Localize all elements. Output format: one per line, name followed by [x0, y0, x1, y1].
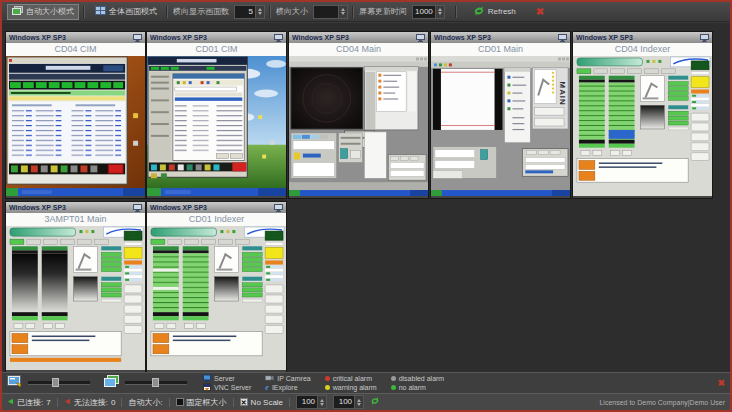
tile-os-label: Windows XP SP3: [576, 34, 633, 41]
screen-art-cd01-indexer: [147, 226, 286, 370]
legend-close-icon[interactable]: [717, 378, 725, 388]
auto-size-status: 自动大小:: [128, 397, 162, 408]
full-view-mode-icon: [95, 6, 106, 17]
spinner-arrows[interactable]: [255, 6, 264, 18]
screen-art-3ampt01-main: [6, 226, 145, 370]
toolbar-separator: [270, 6, 271, 18]
legend-no-alarm: no alarm: [391, 383, 445, 392]
full-view-mode-button[interactable]: 全体画面模式: [90, 4, 162, 20]
zoom-x-spinner[interactable]: 100: [296, 395, 327, 409]
horizontal-size-spinner[interactable]: [313, 5, 348, 19]
tile-name: CD04 CIM: [6, 43, 145, 56]
vnc-tile-cd04-main[interactable]: Windows XP SP3 CD04 Main: [288, 31, 429, 199]
pc-icon: [274, 204, 283, 212]
legend-iexplore: e IExplore: [265, 383, 310, 392]
tile-titlebar: Windows XP SP3: [6, 32, 145, 43]
app-window: 自动大小模式 全体画面模式 横向显示画面数 5 横向大小 屏幕更新时间 1000: [0, 0, 732, 412]
legend-vnc-server: VNC Server: [203, 383, 251, 392]
legend-disabled-label: disabled alarm: [399, 374, 445, 383]
remote-screen[interactable]: [147, 56, 286, 196]
remote-screen[interactable]: [6, 226, 145, 370]
full-view-mode-label: 全体画面模式: [109, 6, 157, 17]
unreachable-value: 0: [111, 398, 115, 407]
fixed-frame-label: 固定框大小: [187, 397, 227, 408]
legend-ip-camera-label: IP Camrea: [277, 374, 310, 383]
vnc-tile-cd04-indexer[interactable]: Windows XP SP3 CD04 Indexer: [572, 31, 713, 199]
no-alarm-dot: [391, 385, 396, 390]
tile-name: CD01 Indexer: [147, 213, 286, 226]
refresh-button[interactable]: Refresh: [468, 4, 521, 20]
tile-titlebar: Windows XP SP3: [6, 202, 145, 213]
vnc-tile-cd01-cim[interactable]: Windows XP SP3 CD01 CIM: [146, 31, 287, 199]
auto-size-mode-label: 自动大小模式: [26, 6, 74, 17]
status-bar: 已连接: 7 无法连接: 0 自动大小: 固定框大小 No Scale 100: [2, 393, 730, 410]
legend-warning-label: warning alarm: [333, 383, 377, 392]
spinner-arrows[interactable]: [354, 396, 363, 408]
no-scale-checkbox[interactable]: [240, 398, 248, 406]
toolbar: 自动大小模式 全体画面模式 横向显示画面数 5 横向大小 屏幕更新时间 1000: [2, 2, 730, 22]
remote-screen[interactable]: MAIN: [431, 56, 570, 196]
zoom-y-value: 100: [334, 396, 354, 408]
status-separator: [233, 398, 234, 407]
tile-titlebar: Windows XP SP3: [289, 32, 428, 43]
connected-status: 已连接: 7: [7, 397, 51, 408]
unreachable-arrow-icon: [64, 398, 71, 407]
remote-screen[interactable]: [573, 56, 712, 196]
size-slider-icon: [104, 374, 119, 392]
pc-icon: [133, 204, 142, 212]
remote-screen[interactable]: [6, 56, 145, 196]
screens-slider-group: [7, 374, 90, 392]
tile-os-label: Windows XP SP3: [434, 34, 491, 41]
refresh-interval-spinner[interactable]: 1000: [412, 5, 445, 19]
screens-slider[interactable]: [28, 381, 90, 385]
toolbar-separator: [456, 6, 457, 18]
spinner-arrows[interactable]: [317, 396, 326, 408]
status-separator: [121, 398, 122, 407]
connected-value: 7: [46, 398, 50, 407]
tile-titlebar: Windows XP SP3: [431, 32, 570, 43]
tile-titlebar: Windows XP SP3: [573, 32, 712, 43]
vnc-tile-cd01-indexer[interactable]: Windows XP SP3 CD01 Indexer: [146, 201, 287, 373]
vnc-tile-3ampt01-main[interactable]: Windows XP SP3 3AMPT01 Main: [5, 201, 146, 373]
tile-name: CD04 Indexer: [573, 43, 712, 56]
auto-size-mode-button[interactable]: 自动大小模式: [7, 4, 79, 20]
spinner-arrows[interactable]: [435, 6, 444, 18]
statusbar-refresh-icon[interactable]: [370, 396, 380, 408]
size-slider-handle[interactable]: [152, 378, 159, 387]
tile-name: CD01 Main: [431, 43, 570, 56]
spinner-arrows[interactable]: [338, 6, 347, 18]
connected-arrow-icon: [7, 398, 14, 407]
critical-alarm-dot: [325, 376, 330, 381]
fixed-frame-option: 固定框大小: [176, 397, 227, 408]
vnc-tile-cd04-cim[interactable]: Windows XP SP3 CD04 CIM: [5, 31, 146, 199]
refresh-label: Refresh: [488, 7, 516, 16]
close-icon[interactable]: [536, 7, 544, 17]
legend-server-label: Server: [214, 374, 235, 383]
tile-name: CD04 Main: [289, 43, 428, 56]
thumbnail-canvas: Windows XP SP3 CD04 CIM: [2, 23, 730, 372]
remote-screen[interactable]: [289, 56, 428, 196]
vnc-tile-cd01-main[interactable]: Windows XP SP3 CD01 Main: [430, 31, 571, 199]
remote-screen[interactable]: [147, 226, 286, 370]
zoom-y-spinner[interactable]: 100: [333, 395, 364, 409]
auto-size-mode-icon: [12, 6, 23, 17]
no-scale-option: No Scale: [240, 398, 283, 407]
ip-camera-icon: [265, 374, 274, 384]
tile-os-label: Windows XP SP3: [150, 34, 207, 41]
tile-os-label: Windows XP SP3: [150, 204, 207, 211]
toolbar-separator: [84, 6, 85, 18]
screen-art-cd04-cim: [6, 56, 145, 196]
svg-text:MAIN: MAIN: [558, 82, 567, 106]
warning-alarm-dot: [325, 385, 330, 390]
pc-icon: [133, 34, 142, 42]
legend-bar: Server VNC Server IP Camrea e IExplore c…: [2, 372, 730, 393]
horizontal-count-spinner[interactable]: 5: [234, 5, 265, 19]
tile-titlebar: Windows XP SP3: [147, 202, 286, 213]
size-slider[interactable]: [125, 381, 187, 385]
fixed-frame-checkbox[interactable]: [176, 398, 184, 406]
pc-icon: [274, 34, 283, 42]
screen-art-cd01-cim: [147, 56, 286, 196]
screens-slider-handle[interactable]: [52, 378, 59, 387]
status-separator: [57, 398, 58, 407]
horizontal-count-label: 横向显示画面数: [173, 6, 229, 17]
